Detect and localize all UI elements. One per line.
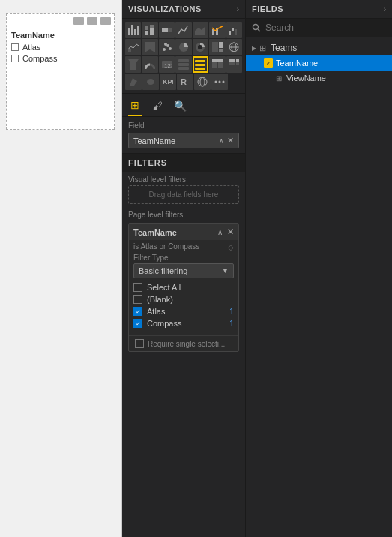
search-input[interactable]	[265, 22, 386, 33]
filter-type-dropdown[interactable]: Basic filtering ▼	[133, 263, 234, 278]
viz-icons-grid: 123 KPI	[122, 19, 245, 90]
viz-icon-treemap[interactable]	[209, 39, 225, 56]
field-clear-icon[interactable]: ✕	[227, 136, 234, 146]
toolbar-icon-1[interactable]	[73, 17, 84, 25]
viz-icon-funnel[interactable]	[125, 56, 141, 73]
viz-icon-scatter[interactable]	[159, 39, 175, 56]
viz-icon-shape-map[interactable]	[142, 74, 159, 90]
require-single-checkbox[interactable]	[135, 339, 144, 348]
field-dropdown[interactable]: TeamName ∧ ✕	[128, 133, 239, 148]
visual-level-label: Visual level filters	[122, 172, 245, 185]
svg-rect-1	[131, 25, 133, 35]
svg-point-57	[200, 77, 205, 86]
field-area: Field TeamName ∧ ✕	[122, 116, 245, 153]
svg-rect-5	[145, 26, 148, 30]
viz-icon-map[interactable]	[226, 39, 242, 56]
viz-icon-gauge[interactable]	[142, 56, 157, 73]
viz-icon-combo[interactable]	[209, 22, 225, 38]
svg-marker-17	[145, 42, 155, 52]
toolbar-icon-3[interactable]	[100, 17, 111, 25]
viz-icon-clustered-bar[interactable]	[142, 22, 157, 38]
tree-item-viewname[interactable]: ⊞ ViewName	[246, 70, 392, 86]
viz-icon-kpi[interactable]: KPI	[160, 74, 176, 90]
svg-rect-44	[212, 65, 217, 68]
viz-row-2	[125, 39, 242, 56]
tab-format[interactable]: 🖌	[151, 99, 164, 116]
svg-rect-37	[178, 67, 189, 70]
filter-option-atlas[interactable]: Atlas 1	[133, 305, 234, 317]
tab-fields[interactable]: ⊞	[128, 98, 142, 116]
list-item: Atlas	[11, 43, 109, 52]
viz-icon-donut[interactable]	[193, 39, 208, 56]
viz-icon-more[interactable]	[211, 74, 228, 90]
viz-row-1	[125, 22, 242, 38]
compass-count: 1	[229, 319, 234, 328]
svg-rect-4	[145, 31, 148, 35]
svg-rect-41	[212, 59, 223, 62]
filter-card-title: TeamName	[133, 228, 177, 237]
svg-point-25	[198, 45, 202, 50]
atlas-checkbox[interactable]	[133, 307, 142, 316]
filter-type-label: Filter Type	[133, 254, 234, 262]
require-single-label: Require single selecti...	[148, 340, 225, 348]
svg-rect-16	[128, 50, 131, 52]
viz-icon-r-visual[interactable]: R	[177, 74, 193, 90]
viz-icon-ribbon[interactable]	[142, 39, 157, 56]
filter-drag-area: Drag data fields here	[128, 185, 239, 204]
filter-expand-icon[interactable]: ∧	[217, 228, 223, 236]
viz-icon-waterfall[interactable]	[226, 22, 242, 38]
viz-icon-table[interactable]	[209, 56, 225, 73]
viz-icon-multirow-card[interactable]	[175, 56, 191, 73]
viz-panel-title: VISUALIZATIONS	[128, 4, 202, 14]
viz-icon-filled-map[interactable]	[125, 74, 142, 90]
viz-panel-expand-icon[interactable]: ›	[237, 5, 239, 14]
svg-point-60	[223, 81, 225, 83]
svg-rect-13	[229, 31, 231, 35]
viz-row-3: 123	[125, 56, 242, 73]
svg-rect-27	[219, 42, 223, 48]
viz-icon-100pct-bar[interactable]	[159, 22, 175, 38]
viz-icon-card[interactable]: 123	[159, 56, 175, 73]
viz-icon-stacked-bar[interactable]	[125, 22, 141, 38]
select-all-checkbox[interactable]	[133, 283, 142, 292]
filter-card-body: is Atlas or Compass ◇ Filter Type Basic …	[129, 240, 238, 332]
tree-group-header-teams[interactable]: ▶ ⊞ Teams	[246, 40, 392, 56]
viz-icon-matrix[interactable]	[226, 56, 242, 73]
filter-option-select-all[interactable]: Select All	[133, 281, 234, 293]
svg-rect-2	[134, 29, 136, 35]
tree-item-teamname[interactable]: TeamName	[246, 56, 392, 70]
filter-option-blank[interactable]: (Blank)	[133, 293, 234, 305]
viz-icon-line[interactable]	[175, 22, 191, 38]
viz-icon-area[interactable]	[193, 22, 208, 38]
filter-close-icon[interactable]: ✕	[227, 227, 234, 237]
viz-row-4: KPI R	[125, 74, 242, 90]
teamname-label: TeamName	[276, 58, 318, 68]
tab-analytics[interactable]: 🔍	[173, 99, 187, 116]
visual-toolbar	[73, 17, 111, 25]
blank-checkbox[interactable]	[133, 295, 142, 304]
canvas-visual: TeamName Atlas Compass	[6, 14, 115, 130]
search-icon	[252, 23, 261, 32]
fields-search-bar[interactable]	[246, 19, 392, 38]
compass-checkbox[interactable]	[133, 319, 142, 328]
svg-point-53	[147, 79, 154, 85]
filter-card-header: TeamName ∧ ✕	[129, 224, 238, 240]
svg-rect-51	[236, 62, 239, 64]
field-expand-icon[interactable]: ∧	[219, 137, 224, 145]
filter-clear-icon[interactable]: ◇	[228, 243, 234, 251]
svg-point-56	[198, 77, 207, 86]
filter-card: TeamName ∧ ✕ is Atlas or Compass ◇ Filte…	[128, 224, 239, 352]
toolbar-icon-2[interactable]	[87, 17, 97, 25]
svg-rect-38	[195, 60, 205, 62]
viz-icon-globe[interactable]	[194, 74, 211, 90]
filter-option-compass[interactable]: Compass 1	[133, 317, 234, 329]
canvas-panel: TeamName Atlas Compass	[0, 0, 122, 537]
field-dropdown-value: TeamName	[133, 136, 175, 146]
fields-panel-expand-icon[interactable]: ›	[384, 5, 386, 14]
svg-marker-32	[128, 59, 139, 70]
viz-icon-slicer[interactable]	[193, 56, 209, 73]
viz-icon-pie[interactable]	[175, 39, 191, 56]
filter-card-icons: ∧ ✕	[217, 227, 234, 237]
svg-marker-10	[195, 26, 205, 35]
viz-icon-line-clustered[interactable]	[125, 39, 141, 56]
